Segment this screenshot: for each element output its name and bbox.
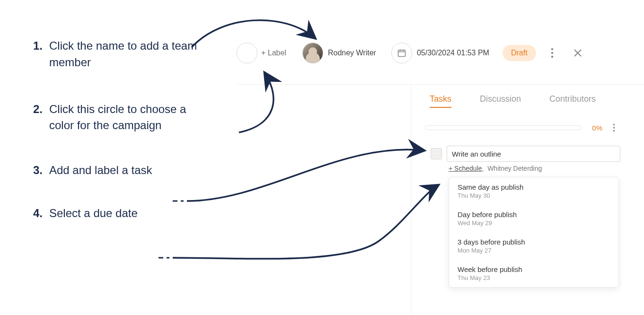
color-picker-circle[interactable] <box>237 43 257 63</box>
tab-tasks[interactable]: Tasks <box>430 94 451 108</box>
task-title-input[interactable] <box>447 146 620 162</box>
task-row <box>411 140 630 162</box>
campaign-toolbar: + Label Rodney Writer 05/30/2024 01:53 P… <box>237 43 630 63</box>
svg-rect-0 <box>398 50 405 56</box>
due-option[interactable]: Day before publish Wed May 29 <box>449 205 618 232</box>
due-option-title: 3 days before publish <box>458 238 610 246</box>
task-meta-row: + Schedule, Whitney Deterding <box>411 162 630 172</box>
right-panel: Tasks Discussion Contributors 0% + Sched… <box>411 88 630 288</box>
vertical-dots-icon <box>551 48 554 58</box>
schedule-link[interactable]: + Schedule <box>449 165 482 172</box>
svg-point-2 <box>551 52 553 54</box>
task-checkbox[interactable] <box>431 148 442 159</box>
due-option[interactable]: Week before publish Thu May 23 <box>449 260 618 287</box>
publish-date-text: 05/30/2024 01:53 PM <box>417 49 489 57</box>
more-menu-button[interactable] <box>543 44 562 62</box>
step-number: 4. <box>33 205 49 222</box>
status-badge[interactable]: Draft <box>503 45 536 61</box>
svg-point-6 <box>613 130 615 132</box>
step-text: Click this circle to choose a color for … <box>49 101 203 134</box>
tasks-more-menu[interactable] <box>607 118 620 137</box>
svg-point-4 <box>613 124 615 126</box>
due-option-date: Wed May 29 <box>458 219 610 227</box>
due-option-date: Thu May 23 <box>458 274 610 281</box>
annotation-steps: 1. Click the name to add a team member 2… <box>33 38 203 252</box>
svg-point-5 <box>613 127 615 129</box>
due-option[interactable]: Same day as publish Thu May 30 <box>449 177 618 205</box>
step-text: Select a due date <box>49 205 138 222</box>
progress-row: 0% <box>411 113 630 140</box>
close-icon <box>573 48 582 58</box>
due-option-title: Same day as publish <box>458 183 610 191</box>
due-option-title: Day before publish <box>458 210 610 219</box>
svg-point-3 <box>551 56 553 58</box>
close-button[interactable] <box>568 44 587 62</box>
task-assignee[interactable]: Whitney Deterding <box>487 165 542 172</box>
annotation-step-3: 3. Add and label a task <box>33 162 203 179</box>
annotation-step-2: 2. Click this circle to choose a color f… <box>33 101 203 134</box>
due-option-title: Week before publish <box>458 265 610 273</box>
step-text: Add and label a task <box>49 162 152 179</box>
progress-bar <box>425 125 582 130</box>
step-text: Click the name to add a team member <box>49 38 203 71</box>
calendar-icon <box>391 43 412 63</box>
due-option[interactable]: 3 days before publish Mon May 27 <box>449 232 618 260</box>
owner-avatar <box>302 43 323 63</box>
publish-date-chip[interactable]: 05/30/2024 01:53 PM <box>391 43 496 63</box>
svg-point-1 <box>551 48 553 50</box>
annotation-step-4: 4. Select a due date <box>33 205 203 222</box>
step-number: 3. <box>33 162 49 179</box>
horizontal-divider <box>237 84 644 85</box>
label-button-text: + Label <box>261 49 286 57</box>
annotation-step-1: 1. Click the name to add a team member <box>33 38 203 71</box>
step-number: 1. <box>33 38 49 54</box>
tab-discussion[interactable]: Discussion <box>480 94 521 108</box>
owner-chip[interactable]: Rodney Writer <box>302 43 385 63</box>
due-option-date: Mon May 27 <box>458 247 610 254</box>
due-option-date: Thu May 30 <box>458 192 610 199</box>
due-date-popup: Same day as publish Thu May 30 Day befor… <box>449 177 619 288</box>
vertical-dots-icon <box>613 123 615 132</box>
panel-tabs: Tasks Discussion Contributors <box>411 88 630 113</box>
step-number: 2. <box>33 101 49 118</box>
color-label-chip[interactable]: + Label <box>237 43 286 63</box>
tab-contributors[interactable]: Contributors <box>549 94 596 108</box>
progress-percent: 0% <box>586 124 602 132</box>
owner-name: Rodney Writer <box>328 49 376 57</box>
